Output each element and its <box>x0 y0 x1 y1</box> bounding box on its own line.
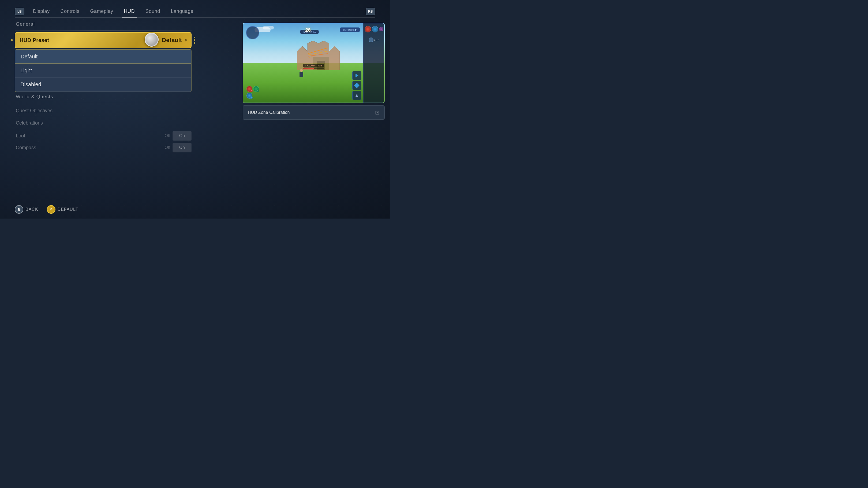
lb-button[interactable]: LB <box>15 8 24 15</box>
lb-label: LB <box>18 10 22 13</box>
back-button[interactable]: B BACK <box>15 205 38 214</box>
loot-off-label: Off <box>165 133 170 138</box>
hud-preset-label: HUD Preset <box>20 37 49 43</box>
calibrate-icon[interactable]: ⊡ <box>375 109 380 116</box>
dot-4 <box>194 42 195 44</box>
hud-preset-value: Default <box>145 33 187 47</box>
hud-zone-calibration[interactable]: HUD Zone Calibration ⊡ <box>243 105 385 120</box>
tab-hud[interactable]: HUD <box>122 7 137 15</box>
loot-toggle-buttons[interactable]: On <box>173 131 191 141</box>
default-button[interactable]: Y DEFAULT <box>47 205 79 214</box>
quest-objectives-label: Quest Objectives <box>16 108 53 113</box>
arrow-up <box>185 38 187 40</box>
world-quests-divider <box>15 103 191 103</box>
b-label: B <box>18 207 20 212</box>
tab-sound[interactable]: Sound <box>143 7 162 15</box>
hud-preset-dropdown[interactable]: Default Light Disabled <box>15 49 191 92</box>
hud-preset-current: Default <box>162 37 182 44</box>
y-label: Y <box>50 207 53 212</box>
section-divider-line <box>15 30 191 31</box>
compass-off-label: Off <box>165 145 170 150</box>
hud-preset-knob[interactable] <box>145 33 159 46</box>
nav-bar: LB Display Controls Gameplay HUD Sound L… <box>15 7 375 18</box>
world-quests-header: World & Quests <box>15 94 191 100</box>
dropdown-option-disabled[interactable]: Disabled <box>15 78 191 92</box>
b-button-icon: B <box>15 205 23 214</box>
rb-button[interactable]: RB <box>366 8 375 15</box>
tab-gameplay[interactable]: Gameplay <box>88 7 116 15</box>
inv-item-row-1 <box>365 26 383 32</box>
nav-tabs: Display Controls Gameplay HUD Sound Lang… <box>31 7 195 15</box>
default-label: DEFAULT <box>58 207 79 212</box>
bottom-bar: B BACK Y DEFAULT <box>15 205 78 214</box>
quest-objectives-row[interactable]: Quest Objectives <box>15 105 191 117</box>
rb-label: RB <box>368 10 373 13</box>
hud-preset-row[interactable]: HUD Preset Default <box>15 32 191 48</box>
celebrations-label: Celebrations <box>16 120 43 126</box>
tab-controls[interactable]: Controls <box>58 7 82 15</box>
back-label: BACK <box>26 207 38 212</box>
dot-2 <box>194 37 195 38</box>
hud-overlay: ΑΛΑΡΤΥΦΣ 26 ΕΝΤΕRΣΙΕ ▶ ΓΚΣΟΚΡΑΤ ΙΣΕ <box>243 23 384 103</box>
compass-toggle-row: Compass Off On <box>15 143 191 153</box>
world-quests-section: World & Quests Quest Objectives Celebrat… <box>15 94 191 153</box>
hud-skills: ♟ <box>352 71 362 100</box>
settings-panel: General HUD Preset Default Default Light… <box>15 22 191 202</box>
y-button-icon: Y <box>47 205 56 214</box>
compass-toggle-buttons[interactable]: On <box>173 143 191 153</box>
loot-on-btn[interactable]: On <box>173 131 191 140</box>
hud-orbs: 5 5 1 <box>246 86 259 99</box>
hud-preset-arrows <box>185 38 187 42</box>
game-preview: ΑΛΑΡΤΥΦΣ 26 ΕΝΤΕRΣΙΕ ▶ ΓΚΣΟΚΡΑΤ ΙΣΕ <box>243 23 385 103</box>
left-side-dots <box>11 39 12 41</box>
tab-language[interactable]: Language <box>169 7 195 15</box>
inv-item-row-2: x 12 <box>369 37 379 42</box>
hud-level: 26 <box>305 27 310 33</box>
loot-toggle-row: Loot Off On <box>15 131 191 141</box>
hud-minimap <box>246 26 259 39</box>
right-side-dots <box>194 37 195 44</box>
loot-label: Loot <box>16 133 165 139</box>
arrow-down <box>185 40 187 42</box>
hud-enemy-nameplate: ΓΚΣΟΚΡΑΤ ΙΣΕ <box>303 64 324 69</box>
compass-label: Compass <box>16 145 165 151</box>
dropdown-option-default[interactable]: Default <box>15 50 191 64</box>
hud-zone-label: HUD Zone Calibration <box>248 110 290 115</box>
general-section-header: General <box>15 22 191 27</box>
compass-on-btn[interactable]: On <box>173 143 191 152</box>
dot-1 <box>11 39 12 41</box>
preview-panel: ΑΛΑΡΤΥΦΣ 26 ΕΝΤΕRΣΙΕ ▶ ΓΚΣΟΚΡΑΤ ΙΣΕ <box>243 23 385 120</box>
tab-display[interactable]: Display <box>31 7 52 15</box>
hud-top-badge: ΕΝΤΕRΣΙΕ ▶ <box>340 27 360 32</box>
celebrations-row[interactable]: Celebrations <box>15 117 191 129</box>
dot-3 <box>194 39 195 41</box>
dropdown-option-light[interactable]: Light <box>15 64 191 78</box>
hud-inventory-panel: --- x 12 <box>363 23 384 103</box>
